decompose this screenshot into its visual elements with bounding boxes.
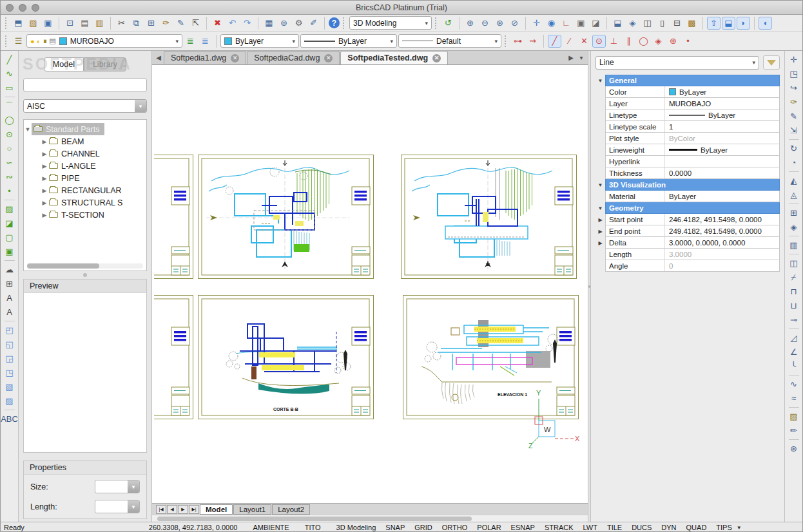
tree-item[interactable]: ▶BEAM: [24, 135, 146, 147]
library-search-input[interactable]: [23, 78, 147, 92]
gradient-tool-icon[interactable]: ◪: [3, 216, 17, 230]
surface-icon[interactable]: ◖: [759, 17, 772, 30]
property-row[interactable]: LayerMUROBAJO: [595, 98, 780, 109]
snap-insertion-icon[interactable]: ⊕: [666, 35, 680, 48]
expand-row-icon[interactable]: ▶: [595, 214, 605, 225]
tips-menu-arrow-icon[interactable]: ▼: [737, 525, 742, 531]
fillet-icon[interactable]: ╰: [787, 359, 801, 373]
toolbar-drag-handle[interactable]: [435, 17, 438, 29]
property-row[interactable]: Plot styleByColor: [595, 133, 780, 144]
edit-drawing-icon[interactable]: ✐: [307, 17, 320, 30]
snap-node-icon[interactable]: •: [681, 35, 695, 48]
status-toggle-tips[interactable]: TIPS: [716, 524, 731, 531]
join-icon[interactable]: ⊓: [787, 285, 801, 298]
status-toggle-snap[interactable]: SNAP: [385, 524, 405, 531]
snap-tangent-icon[interactable]: ◯: [637, 35, 650, 48]
leader-text-tool-icon[interactable]: A: [3, 305, 17, 319]
layout-nav-icon[interactable]: |◀: [156, 505, 166, 514]
workspace-select[interactable]: 3D Modeling ▾: [349, 16, 432, 30]
status-toggle-polar[interactable]: POLAR: [477, 524, 501, 531]
pan-icon[interactable]: ✛: [530, 17, 543, 30]
point-tool-icon[interactable]: •: [3, 184, 17, 198]
close-tab-icon[interactable]: ✕: [432, 54, 441, 62]
entity-select[interactable]: Line ▾: [595, 56, 759, 70]
status-toggle-esnap[interactable]: ESNAP: [511, 524, 535, 531]
move-icon[interactable]: ✛: [787, 53, 801, 66]
lineweight-select[interactable]: ByLayer ▾: [300, 34, 397, 48]
snap-marker-icon[interactable]: ⊶: [511, 35, 525, 48]
cut-icon[interactable]: ✂: [115, 17, 128, 30]
tree-expand-icon[interactable]: ▶: [41, 187, 48, 194]
dimension-tool-icon[interactable]: ABC: [3, 412, 17, 426]
size-select[interactable]: ▾: [95, 480, 140, 493]
status-toggle-lwt[interactable]: LWT: [583, 524, 597, 531]
new-sheet-icon[interactable]: ▯: [655, 17, 669, 30]
model-canvas[interactable]: CORTE B-B: [152, 65, 588, 503]
text-tool-icon[interactable]: A: [3, 291, 17, 305]
select-icon[interactable]: ⇱: [189, 17, 202, 30]
arc-tool-icon[interactable]: ⌒: [3, 99, 17, 113]
help-icon[interactable]: ?: [329, 17, 340, 28]
subtract-tool-icon[interactable]: ◱: [3, 337, 17, 351]
property-row[interactable]: ▶Start point246.4182, 491.5498, 0.0000: [595, 214, 780, 225]
tab-library[interactable]: Library: [84, 57, 126, 71]
slice-surface-tool-icon[interactable]: ▧: [3, 380, 17, 394]
publish-icon[interactable]: ▥: [93, 17, 106, 30]
tree-item-root[interactable]: ▼Standard Parts: [24, 123, 146, 135]
tree-item[interactable]: ▶STRUCTURAL S: [24, 196, 146, 209]
deform-curve-icon[interactable]: ↪: [787, 81, 801, 95]
ucs-axes-icon[interactable]: ∟: [559, 17, 573, 30]
delete-icon[interactable]: ✖: [211, 17, 224, 30]
match-props-icon[interactable]: ✑: [787, 95, 801, 109]
status-toggle-dyn[interactable]: DYN: [661, 524, 676, 531]
expand-row-icon[interactable]: ▶: [595, 237, 605, 249]
zoom-in-icon[interactable]: ⊕: [463, 17, 477, 30]
tree-item[interactable]: ▶PIPE: [24, 172, 146, 184]
horizontal-scrollbar[interactable]: [152, 515, 588, 522]
document-tab[interactable]: Softpedia1.dwg✕: [164, 51, 246, 64]
tab-menu-icon[interactable]: ▾: [576, 54, 586, 61]
tree-expand-icon[interactable]: ▶: [41, 200, 48, 206]
snap-perpendicular-icon[interactable]: ⊥: [607, 35, 621, 48]
edit-polyline-icon[interactable]: ∿: [787, 377, 801, 391]
layer-states-icon[interactable]: ≣: [184, 35, 197, 48]
status-toggle-grid[interactable]: GRID: [414, 524, 432, 531]
snap-nearest-icon[interactable]: ╱: [548, 35, 561, 48]
ellipse-tool-icon[interactable]: ○: [3, 142, 17, 155]
look-from-icon[interactable]: ◉: [545, 17, 558, 30]
print-preview-icon[interactable]: ⊡: [63, 17, 77, 30]
scrollbar-thumb[interactable]: [157, 517, 472, 521]
edit-spline-icon[interactable]: ≈: [787, 392, 801, 405]
viewports-icon[interactable]: ◫: [641, 17, 654, 30]
tree-expand-icon[interactable]: ▼: [24, 126, 32, 133]
property-row[interactable]: ▶End point249.4182, 491.5498, 0.0000: [595, 225, 780, 237]
property-value[interactable]: ByLayer: [665, 88, 779, 96]
plot-style-select[interactable]: Default ▾: [398, 34, 501, 48]
toolbar-drag-handle[interactable]: [5, 17, 8, 29]
panel-splitter[interactable]: [23, 271, 147, 279]
length-select[interactable]: ▾: [95, 500, 140, 513]
layout-nav-icon[interactable]: ▶: [178, 505, 188, 514]
property-value[interactable]: 0.0000: [665, 169, 779, 177]
hatch-tool-icon[interactable]: ▨: [3, 202, 17, 216]
tree-expand-icon[interactable]: ▶: [41, 163, 48, 169]
collapse-section-icon[interactable]: ▼: [595, 179, 605, 191]
array-icon[interactable]: ⊞: [787, 206, 801, 220]
camera-icon[interactable]: ▣: [574, 17, 588, 30]
union-tool-icon[interactable]: ◰: [3, 323, 17, 337]
edit-boundary-icon[interactable]: ✏: [787, 424, 801, 437]
toolbar-drag-handle[interactable]: [505, 35, 508, 47]
scale-icon[interactable]: ⇲: [787, 124, 801, 137]
mirror-icon[interactable]: ◭: [787, 174, 801, 187]
close-tab-icon[interactable]: ✕: [324, 54, 333, 62]
snap-track-icon[interactable]: ⇝: [526, 35, 539, 48]
status-toggle-quad[interactable]: QUAD: [686, 524, 707, 531]
close-tab-icon[interactable]: ✕: [231, 54, 239, 62]
property-row[interactable]: Angle0: [595, 260, 780, 272]
push-pull-icon[interactable]: ⇧: [707, 17, 721, 30]
tab-model[interactable]: Model: [44, 57, 84, 71]
tab-scroll-left-icon[interactable]: ◀: [153, 54, 164, 61]
property-section-header[interactable]: ▼General: [595, 75, 780, 86]
property-row[interactable]: Length3.0000: [595, 249, 780, 260]
status-toggle-ortho[interactable]: ORTHO: [442, 524, 468, 531]
